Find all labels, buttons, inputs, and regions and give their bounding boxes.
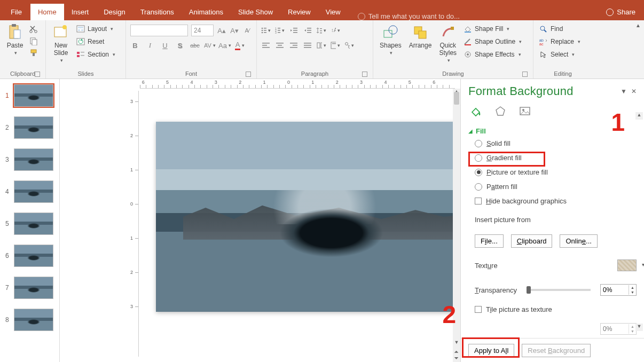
- smartart-button[interactable]: [344, 41, 354, 50]
- increase-indent-button[interactable]: [303, 26, 312, 35]
- align-center-button[interactable]: [275, 41, 285, 50]
- thumbnail-slide-1[interactable]: 1: [5, 84, 57, 107]
- italic-button[interactable]: I: [145, 41, 155, 50]
- align-left-button[interactable]: [261, 41, 271, 50]
- slide-canvas[interactable]: [156, 122, 493, 312]
- picture-tab-icon[interactable]: [517, 104, 532, 119]
- section-button[interactable]: Section: [75, 49, 116, 60]
- shape-effects-button[interactable]: Shape Effects: [462, 49, 523, 60]
- fill-section-toggle[interactable]: ◢ Fill: [461, 126, 644, 136]
- font-name-combo[interactable]: [130, 25, 188, 36]
- font-name-input[interactable]: [133, 27, 185, 34]
- scroll-thumb[interactable]: [454, 92, 459, 105]
- collapse-ribbon-button[interactable]: ▲: [635, 22, 641, 28]
- offset-spinner[interactable]: ▲▼: [600, 323, 637, 335]
- format-painter-button[interactable]: [29, 48, 38, 58]
- dialog-launcher-icon[interactable]: [362, 72, 367, 77]
- hide-graphics-checkbox[interactable]: Hide background graphics: [475, 197, 637, 205]
- grow-font-button[interactable]: A▴: [217, 26, 226, 35]
- next-slide-button[interactable]: ⏷: [454, 356, 459, 361]
- clear-formatting-button[interactable]: A⁄: [242, 26, 252, 35]
- tab-review[interactable]: Review: [280, 4, 318, 20]
- tab-insert[interactable]: Insert: [64, 4, 97, 20]
- text-direction-button[interactable]: ↕A: [331, 26, 340, 35]
- bullets-button[interactable]: [261, 26, 271, 35]
- apply-to-all-button[interactable]: Apply to All: [468, 344, 514, 357]
- find-button[interactable]: Find: [538, 23, 582, 34]
- numbering-button[interactable]: 123: [275, 26, 285, 35]
- scroll-down-button[interactable]: ▼: [635, 324, 643, 331]
- thumbnail-slide-7[interactable]: 7: [5, 277, 57, 299]
- tell-me[interactable]: Tell me what you want to do...: [348, 12, 607, 20]
- dialog-launcher-icon[interactable]: [35, 72, 40, 77]
- cut-button[interactable]: [29, 25, 38, 34]
- align-text-button[interactable]: [331, 41, 340, 50]
- insert-file-button[interactable]: File...: [475, 234, 504, 248]
- line-spacing-button[interactable]: [317, 26, 326, 35]
- thumbnail-slide-2[interactable]: 2: [5, 116, 57, 139]
- shape-fill-button[interactable]: Shape Fill: [462, 23, 523, 34]
- justify-button[interactable]: [303, 41, 312, 50]
- replace-button[interactable]: abacReplace: [538, 36, 582, 47]
- quick-styles-button[interactable]: Quick Styles: [437, 22, 459, 64]
- tab-slideshow[interactable]: Slide Show: [231, 4, 280, 20]
- prev-slide-button[interactable]: ⏶: [454, 349, 459, 355]
- picture-fill-option[interactable]: Picture or texture fill: [475, 168, 637, 176]
- shrink-font-button[interactable]: A▾: [230, 26, 239, 35]
- copy-button[interactable]: [29, 36, 38, 46]
- underline-button[interactable]: U: [160, 41, 170, 50]
- thumbnail-slide-3[interactable]: 3: [5, 148, 57, 171]
- gradient-fill-option[interactable]: Gradient fill: [475, 154, 637, 162]
- paste-button[interactable]: Paste: [4, 22, 26, 57]
- select-button[interactable]: Select: [538, 49, 582, 60]
- tab-home[interactable]: Home: [30, 4, 64, 20]
- slider-handle[interactable]: [527, 286, 531, 294]
- tab-design[interactable]: Design: [96, 4, 132, 20]
- texture-picker[interactable]: [617, 259, 637, 271]
- tab-animations[interactable]: Animations: [182, 4, 231, 20]
- bold-button[interactable]: B: [130, 41, 140, 50]
- new-slide-button[interactable]: New Slide: [50, 22, 72, 64]
- dialog-launcher-icon[interactable]: [522, 72, 528, 77]
- align-right-button[interactable]: [289, 41, 299, 50]
- transparency-spinner[interactable]: ▲▼: [600, 284, 637, 296]
- shapes-button[interactable]: Shapes: [378, 22, 404, 57]
- panel-scrollbar[interactable]: ▲ ▼: [635, 112, 643, 331]
- shape-outline-button[interactable]: Shape Outline: [462, 36, 523, 47]
- editor-scrollbar[interactable]: ▲ ▼ ⏶⏷: [453, 89, 460, 362]
- pattern-fill-option[interactable]: Pattern fill: [475, 183, 637, 191]
- insert-clipboard-button[interactable]: Clipboard: [511, 234, 553, 248]
- transparency-input[interactable]: [601, 286, 629, 294]
- thumbnail-slide-5[interactable]: 5: [5, 213, 57, 235]
- transparency-slider[interactable]: [527, 289, 591, 291]
- text-shadow-button[interactable]: S: [175, 41, 185, 50]
- solid-fill-option[interactable]: Solid fill: [475, 139, 637, 147]
- thumbnail-slide-4[interactable]: 4: [5, 180, 57, 203]
- char-spacing-button[interactable]: AV: [205, 41, 215, 50]
- layout-button[interactable]: Layout: [75, 23, 116, 34]
- arrange-button[interactable]: Arrange: [407, 22, 434, 50]
- reset-button[interactable]: Reset: [75, 36, 116, 47]
- effects-tab-icon[interactable]: [493, 104, 508, 119]
- font-size-combo[interactable]: 24: [191, 25, 214, 36]
- share-button[interactable]: Share: [606, 8, 644, 20]
- thumbnail-slide-8[interactable]: 8: [5, 309, 57, 331]
- columns-button[interactable]: [317, 41, 326, 50]
- scroll-down-button[interactable]: ▼: [453, 340, 460, 347]
- insert-online-button[interactable]: Online...: [560, 234, 597, 248]
- fill-tab-icon[interactable]: [468, 104, 483, 119]
- panel-close-button[interactable]: ✕: [631, 88, 637, 95]
- reset-background-button[interactable]: Reset Background: [522, 344, 591, 357]
- tab-transitions[interactable]: Transitions: [133, 4, 182, 20]
- scroll-up-button[interactable]: ▲: [635, 112, 643, 120]
- strikethrough-button[interactable]: abc: [190, 41, 200, 50]
- font-color-button[interactable]: A: [235, 41, 245, 50]
- dialog-launcher-icon[interactable]: [246, 72, 251, 77]
- offset-input[interactable]: [601, 325, 629, 333]
- panel-options-button[interactable]: ▼: [621, 88, 627, 95]
- thumbnail-slide-6[interactable]: 6: [5, 245, 57, 267]
- change-case-button[interactable]: Aa: [220, 41, 230, 50]
- decrease-indent-button[interactable]: [289, 26, 299, 35]
- tile-checkbox[interactable]: Tile picture as texture: [475, 305, 637, 313]
- tab-file[interactable]: File: [2, 4, 30, 20]
